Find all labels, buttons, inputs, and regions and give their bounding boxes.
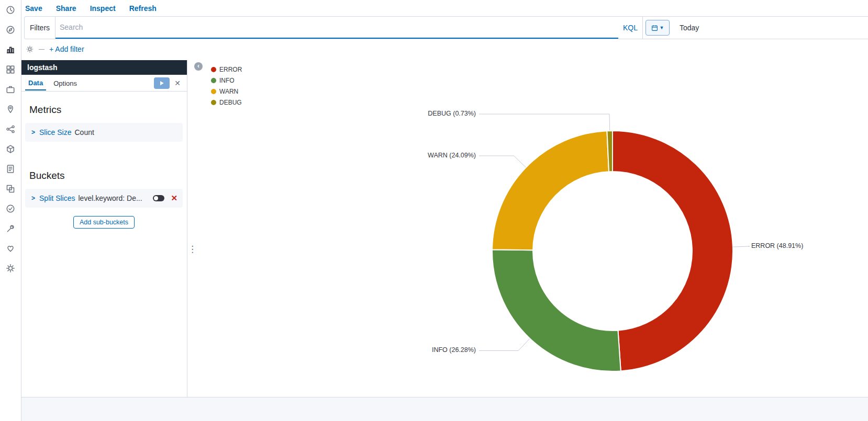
footer-strip — [21, 397, 868, 421]
recent-icon[interactable] — [0, 0, 21, 20]
filter-settings-gear-icon[interactable] — [26, 45, 34, 53]
slice-label-error: ERROR (48.91%) — [751, 242, 803, 249]
tab-data[interactable]: Data — [25, 75, 46, 90]
apply-changes-button[interactable] — [154, 77, 170, 89]
slice-label-info: INFO (26.28%) — [371, 346, 476, 354]
logs-icon[interactable] — [0, 159, 21, 179]
search-input[interactable] — [55, 17, 618, 38]
legend-dot-warn — [211, 89, 216, 94]
pie-slice-info[interactable] — [492, 249, 621, 371]
bucket-split-slices-row[interactable]: > Split Slices level.keyword: De... ✕ — [25, 189, 183, 208]
legend-dot-error — [211, 67, 216, 72]
slice-leader-line — [479, 114, 610, 131]
discover-icon[interactable] — [0, 20, 21, 40]
share-button[interactable]: Share — [56, 4, 76, 13]
save-button[interactable]: Save — [25, 4, 42, 13]
query-bar: Filters KQL ▼ Today — [24, 16, 868, 39]
metrics-heading: Metrics — [29, 104, 179, 116]
metric-agg-value: Count — [74, 128, 94, 136]
legend-label: INFO — [219, 77, 235, 84]
bucket-enabled-toggle[interactable] — [153, 195, 164, 201]
top-action-bar: Save Share Inspect Refresh — [21, 0, 868, 16]
inspect-button[interactable]: Inspect — [90, 4, 116, 13]
collapse-panel-icon[interactable]: ‹ — [194, 62, 203, 71]
donut-chart — [205, 60, 868, 397]
date-picker-calendar-button[interactable]: ▼ — [646, 20, 670, 36]
remove-bucket-icon[interactable]: ✕ — [171, 194, 177, 203]
chevron-right-icon: > — [31, 195, 35, 202]
vis-config-panel: logstash Data Options ✕ Metrics > Slice … — [21, 60, 187, 397]
chart-legend: ERRORINFOWARNDEBUG — [211, 66, 242, 106]
machine-learning-icon[interactable] — [0, 119, 21, 139]
search-input-wrap — [55, 17, 618, 39]
legend-label: DEBUG — [219, 99, 242, 106]
uptime-icon[interactable] — [0, 199, 21, 219]
play-icon — [159, 80, 165, 86]
canvas-icon[interactable] — [0, 79, 21, 99]
buckets-heading: Buckets — [29, 170, 179, 181]
visualize-icon[interactable] — [0, 40, 21, 60]
dashboard-icon[interactable] — [0, 60, 21, 79]
panel-resize-handle[interactable]: ⋮ — [188, 244, 197, 255]
slice-leader-line — [479, 156, 526, 167]
kql-button[interactable]: KQL — [618, 17, 642, 39]
chevron-right-icon: > — [31, 129, 35, 136]
legend-label: ERROR — [219, 66, 242, 73]
slice-label-warn: WARN (24.09%) — [371, 152, 476, 159]
tab-options[interactable]: Options — [50, 76, 80, 90]
bucket-agg-label: Split Slices — [39, 194, 75, 202]
index-pattern-title: logstash — [21, 60, 187, 75]
legend-dot-debug — [211, 100, 216, 105]
slice-leader-line — [733, 246, 750, 247]
kibana-visualize-editor: Save Share Inspect Refresh Filters KQL ▼… — [0, 0, 868, 421]
metric-slice-size-row[interactable]: > Slice Size Count — [25, 123, 183, 142]
management-icon[interactable] — [0, 258, 21, 278]
chevron-down-icon: ▼ — [660, 25, 664, 30]
refresh-button[interactable]: Refresh — [129, 4, 157, 13]
app-nav-rail — [0, 0, 21, 421]
add-filter-link[interactable]: + Add filter — [49, 45, 84, 53]
dev-tools-icon[interactable] — [0, 219, 21, 238]
legend-item-info[interactable]: INFO — [211, 77, 242, 84]
filter-controls-row: + Add filter — [26, 44, 84, 54]
config-panel-body: Metrics > Slice Size Count Buckets > Spl… — [21, 92, 187, 233]
legend-item-error[interactable]: ERROR — [211, 66, 242, 73]
legend-label: WARN — [219, 88, 238, 95]
pie-slice-warn[interactable] — [492, 131, 609, 250]
legend-dot-info — [211, 78, 216, 83]
add-sub-buckets-button[interactable]: Add sub-buckets — [73, 216, 135, 229]
visualization-area: ERRORINFOWARNDEBUG ERROR (48.91%)INFO (2… — [205, 60, 868, 397]
query-bar-divider — [642, 17, 643, 39]
legend-item-debug[interactable]: DEBUG — [211, 99, 242, 106]
pie-slice-error[interactable] — [613, 131, 733, 371]
maps-icon[interactable] — [0, 99, 21, 119]
apm-icon[interactable] — [0, 139, 21, 159]
discard-changes-icon[interactable]: ✕ — [174, 79, 181, 87]
filters-button[interactable]: Filters — [25, 17, 55, 39]
bucket-agg-value: level.keyword: De... — [78, 194, 142, 202]
config-tabs-row: Data Options ✕ — [21, 75, 187, 92]
siem-icon[interactable] — [0, 179, 21, 199]
calendar-icon — [651, 25, 658, 31]
metric-agg-label: Slice Size — [39, 128, 71, 136]
legend-item-warn[interactable]: WARN — [211, 88, 242, 95]
filter-pin-divider — [39, 49, 44, 50]
stack-monitoring-icon[interactable] — [0, 238, 21, 258]
slice-label-debug: DEBUG (0.73%) — [371, 110, 476, 117]
date-range-display[interactable]: Today — [672, 17, 868, 39]
slice-leader-line — [479, 338, 530, 350]
